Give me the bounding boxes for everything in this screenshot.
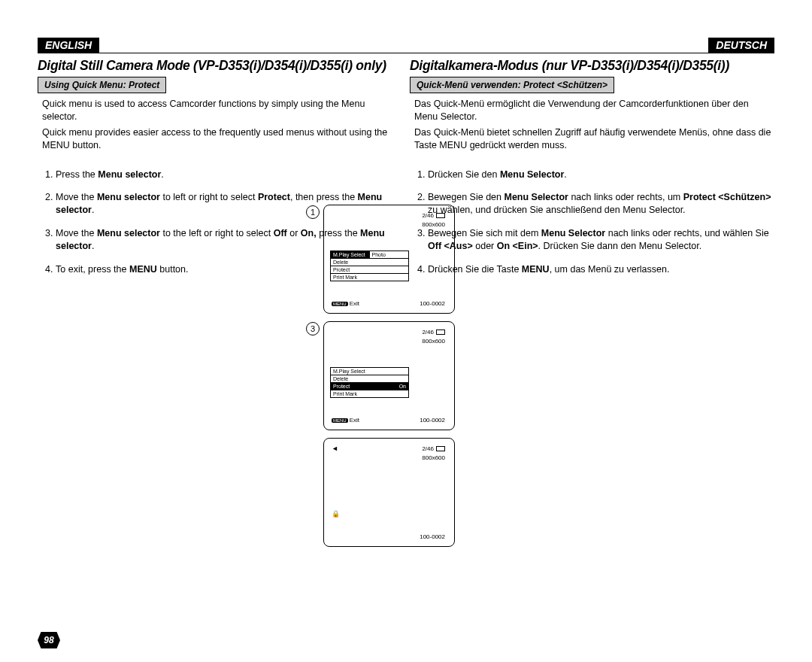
resolution-text: 800x600: [422, 221, 445, 228]
lcd-screen-3: 3 2/46 800x600 M.Play Select Delete Prot…: [323, 321, 455, 430]
menu-badge-icon: MENU: [332, 302, 348, 306]
left-arrow-icon: ◄: [332, 445, 338, 452]
page-number: 98: [38, 632, 60, 648]
folder-text: 100-0002: [420, 533, 445, 540]
step-item: Bewegen Sie den Menu Selector nach links…: [428, 191, 774, 217]
step-item: Drücken Sie den Menu Selector.: [428, 169, 774, 181]
intro-text: Das Quick-Menü bietet schnellen Zugriff …: [410, 126, 774, 152]
lang-header-english: ENGLISH: [38, 38, 406, 53]
counter-text: 2/46: [422, 212, 445, 219]
page-title-deutsch: Digitalkamera-Modus (nur VP-D353(i)/D354…: [402, 53, 774, 77]
intro-text: Quick menu provides easier access to the…: [38, 126, 402, 152]
counter-text: 2/46: [422, 329, 445, 336]
step-circle-1: 1: [306, 205, 320, 219]
intro-text: Das Quick-Menü ermöglicht die Verwendung…: [410, 98, 774, 123]
lang-header-deutsch: DEUTSCH: [406, 38, 774, 53]
section-subtitle-english: Using Quick Menu: Protect: [38, 77, 166, 93]
resolution-text: 800x600: [422, 338, 445, 345]
lock-icon: 🔒: [332, 510, 340, 518]
section-subtitle-deutsch: Quick-Menü verwenden: Protect <Schützen>: [410, 77, 614, 93]
step-circle-3: 3: [306, 322, 320, 336]
counter-text: 2/46: [422, 445, 445, 452]
quick-menu-box: M.Play SelectPhoto Delete Protect Print …: [330, 251, 409, 281]
step-item: Bewegen Sie sich mit dem Menu Selector n…: [428, 227, 774, 253]
lcd-screen-result: ◄ 2/46 800x600 🔒 100-0002: [323, 438, 455, 547]
folder-text: 100-0002: [420, 300, 445, 307]
resolution-text: 800x600: [422, 454, 445, 461]
lcd-diagrams: 1 2/46 800x600 M.Play SelectPhoto Delete…: [323, 205, 474, 554]
lcd-screen-1: 1 2/46 800x600 M.Play SelectPhoto Delete…: [323, 205, 455, 314]
folder-text: 100-0002: [420, 417, 445, 424]
page-title-english: Digital Still Camera Mode (VP-D353(i)/D3…: [38, 53, 402, 77]
menu-badge-icon: MENU: [332, 418, 348, 423]
intro-text: Quick menu is used to access Camcorder f…: [38, 98, 402, 123]
step-item: Drücken Sie die Taste MENU, um das Menü …: [428, 263, 774, 276]
step-item: Press the Menu selector.: [56, 169, 402, 181]
quick-menu-box: M.Play Select Delete ProtectOn Print Mar…: [330, 367, 409, 398]
